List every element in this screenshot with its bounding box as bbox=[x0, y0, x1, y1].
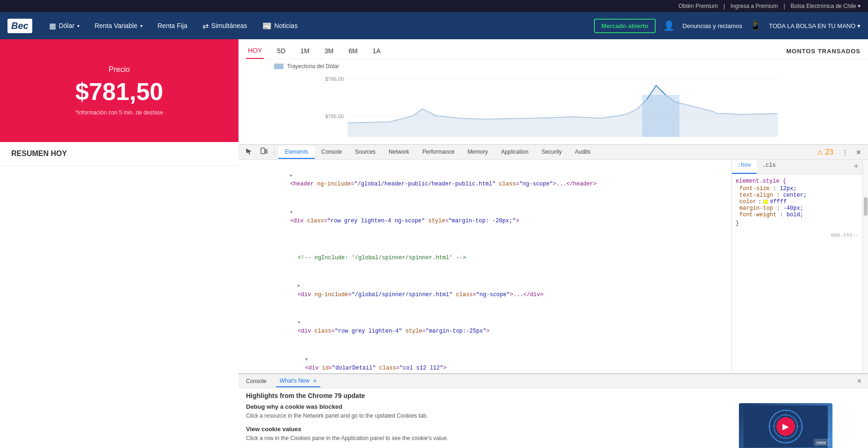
person-icon: 👤 bbox=[663, 20, 675, 31]
dolar-icon: ▦ bbox=[49, 21, 56, 30]
logo-text: Bec bbox=[11, 21, 29, 31]
html-line-3[interactable]: <!-- ngInclude: '/global/spinner/spinner… bbox=[239, 235, 731, 272]
mercado-btn[interactable]: Mercado abierto bbox=[594, 19, 656, 33]
color-swatch bbox=[763, 199, 768, 204]
devtools-tab-audits[interactable]: Audits bbox=[568, 146, 597, 159]
styles-tab-cls[interactable]: .cls bbox=[757, 160, 781, 174]
content-area: Precio $781,50 *Información con 5 min. d… bbox=[0, 39, 868, 448]
triangle-icon bbox=[290, 171, 296, 180]
chart-area: HOY 5D 1M 3M 6M 1A MONTOS TRANSADOS Tray… bbox=[239, 39, 868, 448]
bolsa-link[interactable]: Bolsa Electrónica de Chile ▾ bbox=[791, 3, 861, 9]
ingresa-link[interactable]: Ingresa a Premium bbox=[731, 3, 778, 9]
price-box: Precio $781,50 *Información con 5 min. d… bbox=[0, 39, 239, 142]
styles-plus-btn[interactable]: + bbox=[850, 160, 862, 174]
svg-rect-6 bbox=[261, 148, 265, 154]
noticias-icon: 📰 bbox=[262, 21, 272, 30]
chart-canvas: Trayectoria del Dólar $786,00 $785,00 bbox=[239, 59, 868, 153]
styles-tabs: :hov .cls + bbox=[732, 160, 862, 174]
triangle-icon bbox=[297, 281, 303, 290]
triangle-icon bbox=[297, 318, 303, 327]
chart-legend: Trayectoria del Dólar bbox=[287, 63, 339, 70]
svg-rect-5 bbox=[642, 95, 680, 137]
console-content: Highlights from the Chrome 79 update bbox=[239, 388, 868, 448]
devtools-tab-performance[interactable]: Performance bbox=[416, 146, 461, 159]
svg-text:$786,00: $786,00 bbox=[325, 76, 344, 82]
style-prop-text-align: text-align : center; bbox=[739, 192, 859, 199]
renta-variable-arrow-icon: ▾ bbox=[140, 23, 143, 28]
chart-tabs: HOY 5D 1M 3M 6M 1A MONTOS TRANSADOS bbox=[239, 39, 868, 59]
whats-new-title: Highlights from the Chrome 79 update bbox=[246, 392, 861, 399]
toolbar-separator bbox=[274, 148, 275, 156]
devtools-tab-memory[interactable]: Memory bbox=[461, 146, 494, 159]
console-tab-whatsnew[interactable]: What's New ✕ bbox=[276, 375, 320, 387]
console-tab-console[interactable]: Console bbox=[242, 376, 270, 387]
resumen-title: RESUMEN HOY bbox=[0, 142, 239, 166]
chart-tab-1a[interactable]: 1A bbox=[371, 43, 383, 58]
simultaneas-icon: ⇄ bbox=[203, 21, 209, 30]
chart-tab-3m[interactable]: 3M bbox=[323, 43, 335, 58]
style-file-ref: app.css-- bbox=[736, 232, 859, 238]
html-line-1[interactable]: <header ng-include="/global/header-publi… bbox=[239, 162, 731, 199]
style-prop-color: color : #ffff bbox=[739, 199, 859, 205]
chart-tab-5d[interactable]: 5D bbox=[275, 43, 287, 58]
warning-triangle-icon: ⚠ bbox=[817, 149, 823, 156]
devtools-tabs: Elements Console Sources Network Perform… bbox=[278, 146, 597, 159]
devtools-panel: Elements Console Sources Network Perform… bbox=[239, 144, 868, 448]
chart-tab-1m[interactable]: 1M bbox=[298, 43, 311, 58]
dolar-arrow-icon: ▾ bbox=[77, 23, 80, 28]
cursor-tool-btn[interactable] bbox=[242, 146, 255, 158]
devtools-tab-elements[interactable]: Elements bbox=[278, 146, 315, 159]
device-tool-btn[interactable] bbox=[257, 146, 270, 158]
devtools-close-btn[interactable]: ✕ bbox=[853, 147, 864, 158]
logo[interactable]: Bec bbox=[7, 19, 32, 33]
toda-bolsa-link[interactable]: TODA LA BOLSA EN TU MANO ▾ bbox=[769, 22, 861, 29]
devtools-more-btn[interactable]: ⋮ bbox=[839, 147, 851, 158]
chart-tab-hoy[interactable]: HOY bbox=[246, 43, 264, 59]
html-line-5[interactable]: <div class="row grey lighten-4" style="m… bbox=[239, 309, 731, 346]
phone-icon: 📱 bbox=[750, 20, 761, 31]
devtools-tab-network[interactable]: Network bbox=[382, 146, 416, 159]
devtools-tab-sources[interactable]: Sources bbox=[348, 146, 382, 159]
chart-tab-6m[interactable]: 6M bbox=[347, 43, 359, 58]
style-selector: element.style { bbox=[736, 178, 859, 185]
price-label: Precio bbox=[108, 65, 130, 74]
style-prop-font-weight: font-weight : bold; bbox=[739, 212, 859, 218]
video-thumbnail[interactable]: ▶ new bbox=[739, 403, 832, 448]
styles-tab-hover[interactable]: :hov bbox=[732, 160, 757, 174]
warnings-badge: ⚠ 23 bbox=[817, 148, 833, 156]
denuncias-link[interactable]: Denuncias y reclamos bbox=[682, 22, 742, 29]
devtools-tab-application[interactable]: Application bbox=[494, 146, 535, 159]
premium-link[interactable]: Obtén Premium bbox=[679, 3, 718, 9]
html-line-2[interactable]: <div class="row grey lighten-4 ng-scope"… bbox=[239, 199, 731, 235]
nav-renta-fija[interactable]: Renta Fija bbox=[152, 18, 193, 33]
triangle-icon bbox=[290, 208, 296, 217]
triangle-icon bbox=[297, 245, 303, 254]
chart-tab-montos[interactable]: MONTOS TRANSADOS bbox=[786, 48, 861, 55]
devtools-tab-security[interactable]: Security bbox=[535, 146, 568, 159]
video-new-badge: new bbox=[814, 439, 829, 446]
nav-noticias[interactable]: 📰 Noticias bbox=[257, 18, 304, 34]
console-panel: Console What's New ✕ × Highlights from t… bbox=[239, 373, 868, 448]
console-close-btn[interactable]: × bbox=[854, 376, 864, 386]
style-prop-font-size: font-size : 12px; bbox=[739, 185, 859, 192]
chart-svg: $786,00 $785,00 bbox=[246, 71, 861, 142]
separator-1: | bbox=[723, 3, 725, 9]
nav-simultaneas[interactable]: ⇄ Simultáneas bbox=[197, 18, 253, 34]
svg-rect-7 bbox=[266, 149, 267, 153]
style-prop-margin-top: margin-top : -40px; bbox=[739, 205, 859, 212]
nav-dolar[interactable]: ▦ Dólar ▾ bbox=[43, 18, 85, 34]
console-header: Console What's New ✕ × bbox=[239, 374, 868, 388]
left-panel: Precio $781,50 *Información con 5 min. d… bbox=[0, 39, 239, 448]
html-line-4[interactable]: <div ng-include="/global/spinner/spinner… bbox=[239, 272, 731, 309]
separator-2: | bbox=[783, 3, 785, 9]
top-bar: Obtén Premium | Ingresa a Premium | Bols… bbox=[0, 0, 868, 12]
console-tab-close[interactable]: ✕ bbox=[313, 378, 317, 384]
nav-right: Mercado abierto 👤 Denuncias y reclamos 📱… bbox=[594, 19, 861, 33]
svg-text:$785,00: $785,00 bbox=[325, 114, 344, 119]
nav-renta-variable[interactable]: Renta Variable ▾ bbox=[89, 18, 148, 33]
scrollbar-thumb[interactable] bbox=[864, 197, 868, 216]
video-play-btn[interactable]: ▶ bbox=[776, 417, 795, 436]
devtools-tab-console[interactable]: Console bbox=[315, 146, 348, 159]
price-info: *Información con 5 min. de desfase bbox=[75, 109, 163, 116]
style-block: font-size : 12px; text-align : center; c… bbox=[739, 185, 859, 218]
